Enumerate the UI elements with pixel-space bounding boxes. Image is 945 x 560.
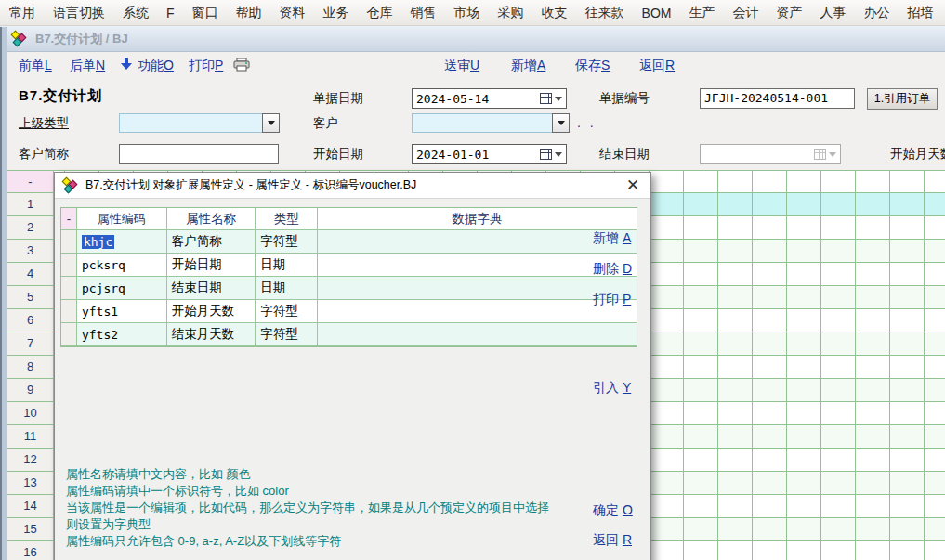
doc-date-field[interactable]: 2024-05-14 [412, 88, 567, 109]
menu-item-6[interactable]: 帮助 [236, 5, 262, 21]
grid-row-number[interactable]: 7 [7, 332, 53, 356]
menu-item-16[interactable]: 生产 [689, 5, 715, 21]
col-header-dict[interactable]: 数据字典 [318, 208, 637, 229]
customer-combobox[interactable] [412, 113, 570, 133]
col-header-type[interactable]: 类型 [256, 208, 318, 229]
menu-item-19[interactable]: 人事 [820, 5, 846, 21]
menu-item-21[interactable]: 招培 [907, 5, 933, 21]
code-value[interactable]: yfts1 [82, 305, 118, 319]
cell-dict[interactable] [318, 277, 637, 299]
customer-short-field[interactable] [119, 144, 279, 164]
col-header-name[interactable]: 属性名称 [167, 208, 256, 229]
code-value[interactable]: pcksrq [82, 258, 125, 272]
grid-row-number[interactable]: 15 [7, 518, 53, 541]
grid-row-number[interactable]: 2 [7, 216, 53, 240]
cell-type[interactable]: 日期 [256, 277, 318, 299]
grid-row-number[interactable]: 13 [7, 472, 53, 495]
tab-title[interactable]: B7.交付计划 / BJ [35, 31, 128, 47]
grid-row-number[interactable]: 6 [7, 309, 53, 332]
table-row[interactable]: pcksrq开始日期日期 [61, 254, 637, 277]
cell-type[interactable]: 字符型 [256, 300, 318, 322]
cell-code[interactable]: pcjsrq [77, 277, 167, 299]
cell-dict[interactable] [318, 323, 637, 345]
cell-dict[interactable] [318, 254, 637, 276]
code-value[interactable]: pcjsrq [82, 281, 125, 295]
table-row[interactable]: yfts2结束月天数字符型 [61, 323, 637, 346]
prev-doc-button[interactable]: 前单L [19, 58, 52, 74]
grid-row-number[interactable]: 12 [7, 449, 53, 472]
grid-row-number[interactable]: 10 [7, 402, 53, 425]
row-indicator-cell[interactable] [61, 230, 77, 253]
grid-corner-cell[interactable]: - [7, 171, 53, 193]
cell-name[interactable]: 结束日期 [167, 277, 256, 299]
menu-item-9[interactable]: 仓库 [367, 5, 393, 21]
menu-item-10[interactable]: 销售 [411, 5, 437, 21]
printer-icon[interactable] [233, 58, 250, 75]
save-button[interactable]: 保存S [575, 58, 610, 74]
next-doc-button[interactable]: 后单N [70, 58, 105, 74]
menu-item-4[interactable]: F [166, 6, 175, 20]
grid-row-number[interactable]: 8 [7, 356, 53, 379]
dialog-title-bar[interactable]: B7.交付计划 对象扩展属性定义 - 属性定义 - 标识编号voucher.BJ… [55, 173, 650, 199]
dropdown-arrow-icon[interactable] [552, 113, 570, 133]
cell-code[interactable]: yfts1 [77, 300, 167, 322]
table-corner-cell[interactable]: - [61, 208, 77, 229]
dialog-add-button[interactable]: 新增 A [593, 230, 631, 247]
menu-item-15[interactable]: BOM [642, 6, 672, 20]
calendar-dropdown-icon[interactable] [540, 93, 566, 104]
menu-item-20[interactable]: 办公 [863, 5, 889, 21]
cell-name[interactable]: 开始日期 [167, 254, 256, 276]
grid-row-number[interactable]: 16 [7, 541, 53, 560]
cell-type[interactable]: 日期 [256, 254, 318, 276]
row-indicator-cell[interactable] [61, 323, 77, 345]
grid-row-number[interactable]: 11 [7, 425, 53, 449]
cell-type[interactable]: 字符型 [256, 230, 318, 253]
table-row[interactable]: pcjsrq结束日期日期 [61, 277, 637, 300]
table-row[interactable]: yfts1开始月天数字符型 [61, 300, 637, 323]
dialog-ok-button[interactable]: 确定 O [593, 502, 633, 519]
dialog-delete-button[interactable]: 删除 D [593, 261, 632, 278]
menu-item-8[interactable]: 业务 [323, 5, 349, 21]
row-indicator-cell[interactable] [61, 300, 77, 322]
menu-item-1[interactable]: 常用 [9, 5, 35, 21]
menu-item-11[interactable]: 市场 [454, 5, 480, 21]
menu-item-3[interactable]: 系统 [123, 5, 149, 21]
code-value[interactable]: yfts2 [82, 328, 118, 342]
function-button[interactable]: 功能O [138, 58, 174, 74]
grid-row-number[interactable]: 4 [7, 263, 53, 286]
table-row[interactable]: khjc客户简称字符型 [61, 230, 637, 254]
return-button[interactable]: 返回R [639, 58, 675, 74]
cell-dict[interactable] [318, 230, 637, 253]
row-indicator-cell[interactable] [61, 277, 77, 299]
cell-code[interactable]: pcksrq [77, 254, 167, 276]
cell-code[interactable]: yfts2 [77, 323, 167, 345]
grid-row-number[interactable]: 9 [7, 379, 53, 402]
grid-row-number[interactable]: 14 [7, 495, 53, 518]
cell-name[interactable]: 结束月天数 [167, 323, 256, 345]
print-button[interactable]: 打印P [189, 58, 223, 74]
col-header-code[interactable]: 属性编码 [77, 208, 167, 229]
menu-item-17[interactable]: 会计 [732, 5, 758, 21]
menu-item-2[interactable]: 语言切换 [53, 5, 105, 21]
grid-row-number[interactable]: 1 [7, 193, 53, 216]
ref-order-button[interactable]: 1.引用订单 [867, 88, 938, 110]
dialog-import-button[interactable]: 引入 Y [593, 380, 631, 397]
dialog-return-button[interactable]: 返回 R [593, 532, 632, 549]
menu-item-14[interactable]: 往来款 [585, 5, 624, 21]
row-indicator-cell[interactable] [61, 254, 77, 276]
menu-item-7[interactable]: 资料 [280, 5, 306, 21]
menu-item-12[interactable]: 采购 [498, 5, 524, 21]
cell-name[interactable]: 客户简称 [167, 230, 256, 253]
cell-code[interactable]: khjc [77, 230, 167, 253]
start-date-field[interactable]: 2024-01-01 [412, 144, 567, 164]
menu-item-18[interactable]: 资产 [776, 5, 802, 21]
cell-name[interactable]: 开始月天数 [167, 300, 256, 322]
new-button[interactable]: 新增A [511, 58, 545, 74]
cell-dict[interactable] [318, 300, 637, 322]
customer-more-dots[interactable]: . . [577, 115, 597, 130]
menu-item-13[interactable]: 收支 [542, 5, 568, 21]
grid-row-number[interactable]: 5 [7, 286, 53, 309]
dropdown-arrow-icon[interactable] [262, 113, 280, 133]
grid-row-number[interactable]: 3 [7, 240, 53, 263]
menu-item-5[interactable]: 窗口 [192, 5, 218, 21]
